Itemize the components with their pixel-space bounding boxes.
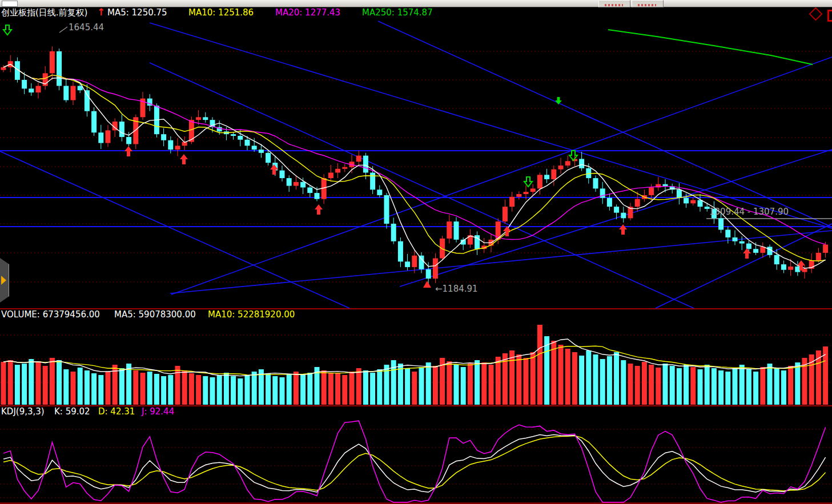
volume-bar xyxy=(91,373,97,405)
candle-body xyxy=(823,244,828,252)
volume-bar xyxy=(15,365,20,405)
kdj-indicator-label: KDJ(9,3,3) xyxy=(1,408,45,416)
candle-body xyxy=(530,188,536,192)
low-price-label: ←1184.91 xyxy=(435,285,478,293)
candle-body xyxy=(342,167,347,169)
candle-body xyxy=(280,171,285,178)
volume-bar xyxy=(718,370,724,405)
button-text-clipped xyxy=(638,4,656,6)
candle-body xyxy=(377,189,382,195)
volume-bar xyxy=(36,361,41,405)
volume-bar xyxy=(238,378,243,405)
menu-icon-box[interactable] xyxy=(2,1,18,7)
volume-bar xyxy=(196,375,201,405)
chart-title: 创业板指(日线.前复权) xyxy=(1,9,87,17)
candle-body xyxy=(537,175,542,188)
volume-bar xyxy=(621,360,626,405)
candle-body xyxy=(287,178,292,186)
volume-bar xyxy=(795,362,800,405)
menu-button-1[interactable] xyxy=(598,0,630,7)
volume-bar xyxy=(43,366,48,405)
high-price-label: 1645.44 xyxy=(69,23,104,32)
volume-bar xyxy=(419,367,424,405)
volume-bar xyxy=(57,360,62,405)
candle-body xyxy=(551,170,556,179)
volume-bar xyxy=(231,376,236,405)
volume-bar xyxy=(78,368,83,405)
volume-bar xyxy=(335,373,340,405)
ma5-value: MA5: 1250.75 xyxy=(107,9,167,17)
candle-body xyxy=(426,269,431,279)
volume-bar xyxy=(140,373,146,405)
candle-body xyxy=(98,132,103,143)
candle-body xyxy=(544,175,549,179)
candle-body xyxy=(91,111,97,133)
volume-bar xyxy=(349,372,355,405)
volume-bar xyxy=(642,362,647,405)
volume-bar xyxy=(524,358,529,405)
volume-bar xyxy=(321,370,327,405)
volume-bar xyxy=(98,375,103,405)
volume-bar xyxy=(733,368,738,405)
sidebar-expand-handle[interactable] xyxy=(0,258,9,303)
volume-bar xyxy=(461,367,466,405)
volume-bar xyxy=(572,352,577,405)
volume-bar xyxy=(370,373,375,405)
candle-body xyxy=(412,256,417,267)
volume-bar xyxy=(50,358,55,405)
candle-body xyxy=(607,198,612,207)
menu-bar[interactable] xyxy=(0,0,832,7)
candle-body xyxy=(579,159,584,168)
volume-bar xyxy=(530,352,536,405)
candle-body xyxy=(614,207,619,213)
volume-bar xyxy=(161,376,166,405)
candle-body xyxy=(753,249,758,253)
candle-body xyxy=(447,221,452,239)
volume-bar xyxy=(133,370,138,405)
price-band-label: 1309.44 - 1307.90 xyxy=(709,208,789,216)
candle-body xyxy=(398,241,403,262)
volume-bar xyxy=(586,350,591,405)
candle-body xyxy=(161,134,166,140)
candle-body xyxy=(816,253,821,260)
candle-body xyxy=(126,137,131,144)
candle-body xyxy=(370,172,375,189)
volume-bar xyxy=(481,362,487,405)
candle-body xyxy=(621,213,626,219)
volume-bar xyxy=(551,341,556,405)
volume-bar xyxy=(558,345,564,405)
candle-body xyxy=(328,172,333,178)
menu-button-2[interactable] xyxy=(632,0,664,7)
candle-body xyxy=(516,194,521,197)
candle-body xyxy=(315,193,320,199)
chart-canvas[interactable] xyxy=(0,0,832,504)
corner-window-icon[interactable] xyxy=(827,10,832,22)
volume-bar xyxy=(607,356,612,405)
candle-body xyxy=(168,140,173,150)
candle-body xyxy=(36,86,41,92)
volume-bar xyxy=(224,373,229,405)
volume-bar xyxy=(454,365,459,405)
candle-body xyxy=(433,259,438,279)
volume-bar xyxy=(537,325,542,405)
candle-body xyxy=(203,117,208,120)
candle-body xyxy=(718,218,724,229)
volume-bar xyxy=(496,357,501,405)
volume-bar xyxy=(287,374,292,405)
volume-bar xyxy=(1,362,6,405)
button-text-clipped xyxy=(605,4,623,6)
volume-bar xyxy=(565,349,570,405)
volume-bar xyxy=(670,366,675,405)
volume-bar xyxy=(475,360,480,405)
volume-bar xyxy=(705,365,710,405)
candle-body xyxy=(29,88,34,92)
volume-bar xyxy=(788,366,793,405)
volume-bar xyxy=(272,376,278,405)
candle-body xyxy=(733,237,738,241)
candle-body xyxy=(503,207,508,221)
volume-bar xyxy=(106,372,111,405)
kdj-d-value: D: 42.31 xyxy=(98,408,135,416)
volume-bar xyxy=(22,364,27,405)
ma10-value: MA10: 1251.86 xyxy=(188,9,254,17)
candle-body xyxy=(454,221,459,240)
